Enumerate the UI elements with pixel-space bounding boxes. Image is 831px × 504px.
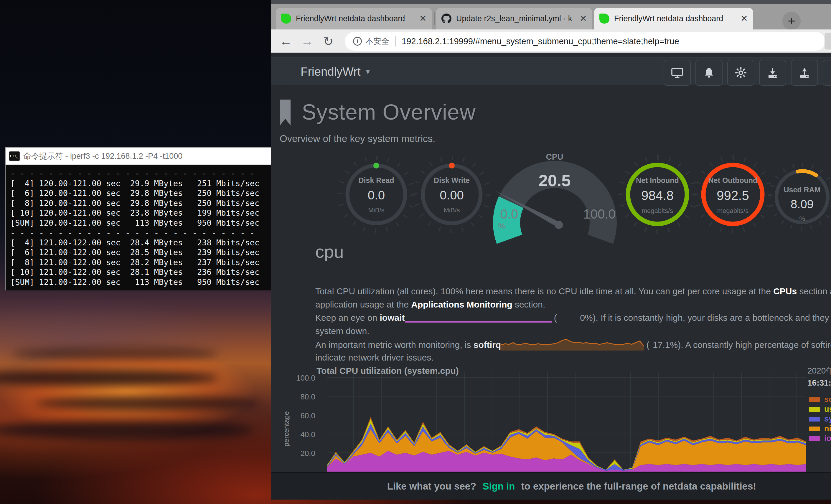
chart-time-text: 16:31:2 (807, 378, 831, 388)
cpu-gauge-max: 100.0 (573, 207, 626, 221)
cpu-gauge-min: 0.0 (489, 207, 530, 221)
tab-close-icon[interactable]: ✕ (419, 14, 427, 23)
tab-title: FriendlyWrt netdata dashboard (614, 14, 737, 23)
window-frame-top (271, 0, 831, 4)
host-name: FriendlyWrt (300, 65, 361, 78)
tab-close-icon[interactable]: ✕ (741, 14, 748, 23)
netdata-navbar: FriendlyWrt ▾ (271, 57, 831, 85)
disk-write-status-dot (449, 162, 455, 169)
legend-item-nice[interactable]: nice (809, 424, 831, 434)
cpu-description-line: application usage at the Applications Mo… (315, 298, 545, 311)
tab-friendlywrt-1[interactable]: FriendlyWrt netdata dashboard ✕ (276, 8, 432, 29)
tab-title: Update r2s_lean_minimal.yml · k (456, 14, 575, 23)
text: Total CPU utilization (all cores). 100% … (315, 286, 773, 296)
legend-label: user (824, 405, 831, 414)
chart-date-text: 2020年3 (807, 365, 831, 377)
netdata-favicon-icon (599, 13, 609, 24)
forward-button[interactable]: → (299, 34, 315, 49)
cloud-streak (35, 396, 259, 410)
iowait-term: iowait (380, 313, 405, 323)
gauge-disk-read[interactable]: Disk Read 0.0 MiB/s (338, 176, 414, 214)
y-axis-label: percentage (282, 408, 291, 449)
print-dashboard-button[interactable] (664, 60, 691, 86)
cpu-gauge-unit: % (493, 221, 510, 231)
legend-swatch (809, 436, 820, 441)
disk-read-status-dot (373, 162, 379, 169)
legend-item-system[interactable]: system (809, 414, 831, 424)
upload-icon (798, 66, 811, 79)
host-dropdown[interactable]: FriendlyWrt ▾ (300, 57, 370, 86)
terminal-window: C:\_ 命令提示符 - iperf3 -c 192.168.1.2 -P4 -… (5, 147, 271, 291)
cpus-link[interactable]: CPUs (773, 286, 797, 296)
cpu-utilization-chart[interactable] (327, 372, 806, 472)
legend-item-softirq[interactable]: softirq (809, 395, 831, 405)
gauge-value: 0.00 (413, 188, 490, 202)
alarms-button[interactable] (695, 60, 722, 86)
back-button[interactable]: ← (278, 34, 294, 49)
softirq-sparkline (501, 337, 644, 354)
bell-icon (703, 66, 715, 79)
gauge-value: 0.0 (338, 188, 414, 202)
cpu-description-line: indicate network driver issues. (315, 351, 434, 364)
legend-item-iowait[interactable]: iowait (809, 434, 831, 443)
chart-legend: softirqusersystemniceiowait (809, 395, 831, 443)
cmd-icon: C:\_ (9, 151, 20, 161)
y-axis-tick: 40.0 (295, 430, 315, 439)
text: section. (512, 300, 545, 309)
page-subtitle: Overview of the key system metrics. (280, 133, 435, 144)
text: ( (552, 313, 557, 323)
legend-label: nice (824, 424, 831, 433)
signin-banner: Like what you see? Sign in to experience… (271, 472, 831, 500)
y-axis-tick: 60.0 (295, 411, 315, 420)
text: An important metric worth monitoring, is (315, 340, 474, 350)
navbar-button-partial[interactable] (823, 60, 831, 86)
text: to experience the full-range of netdata … (521, 481, 756, 492)
signin-text: Like what you see? Sign in to experience… (387, 481, 756, 492)
gauge-label: Net Outbound (694, 176, 771, 185)
netdata-page: FriendlyWrt ▾ System Overview Overvi (271, 53, 831, 500)
netdata-favicon-icon (281, 13, 291, 24)
import-snapshot-button[interactable] (759, 60, 786, 86)
terminal-titlebar[interactable]: C:\_ 命令提示符 - iperf3 -c 192.168.1.2 -P4 -… (6, 148, 271, 165)
cpu-description-line: An important metric worth monitoring, is… (315, 337, 831, 351)
tab-friendlywrt-2-active[interactable]: FriendlyWrt netdata dashboard ✕ (594, 8, 753, 29)
tab-separator (434, 12, 435, 25)
navbar-separator (283, 57, 283, 86)
gauge-net-outbound[interactable]: Net Outbound 992.5 megabits/s (694, 176, 771, 215)
terminal-output-area[interactable]: - - - - - - - - - - - - - - - - - - - - … (6, 165, 271, 291)
bookmark-icon (280, 99, 291, 125)
address-bar[interactable]: i 不安全 192.168.2.1:19999/#menu_system_sub… (345, 32, 825, 51)
gauge-used-ram[interactable]: Used RAM 8.09 % (764, 185, 831, 223)
sign-in-link[interactable]: Sign in (482, 481, 515, 492)
cpu-gauge-label: CPU (531, 152, 578, 162)
text: ( (644, 340, 649, 350)
cloud-streak (0, 370, 218, 386)
tab-close-icon[interactable]: ✕ (580, 14, 587, 23)
cpu-description-line: Keep an eye on iowait (0%). If it is con… (315, 311, 831, 324)
y-axis-tick: 100.0 (295, 374, 315, 383)
reload-button[interactable]: ↻ (320, 34, 337, 49)
page-title: System Overview (302, 99, 476, 125)
chevron-down-icon: ▾ (366, 67, 370, 76)
export-snapshot-button[interactable] (791, 60, 818, 86)
navbar-separator (381, 57, 381, 86)
gauge-unit: MiB/s (338, 207, 414, 214)
gauge-value: 8.09 (764, 198, 831, 211)
legend-item-user[interactable]: user (809, 405, 831, 414)
cloud-streak (0, 421, 253, 440)
text: %). If it is constantly high, your disks… (585, 313, 831, 323)
gauge-unit: MiB/s (413, 207, 490, 214)
gauge-disk-write[interactable]: Disk Write 0.00 MiB/s (413, 176, 490, 214)
toolbar-extension-chip[interactable] (825, 33, 831, 50)
gauge-net-inbound[interactable]: Net Inbound 984.8 megabits/s (619, 176, 696, 215)
site-info-icon[interactable]: i (353, 37, 362, 46)
tab-title: FriendlyWrt netdata dashboard (296, 14, 415, 23)
new-tab-button[interactable]: + (782, 12, 801, 30)
settings-button[interactable] (727, 60, 754, 86)
iowait-value: 0 (557, 311, 585, 324)
tab-github[interactable]: Update r2s_lean_minimal.yml · k ✕ (436, 8, 592, 29)
url-text[interactable]: 192.168.2.1:19999/#menu_system_submenu_c… (402, 36, 679, 46)
legend-swatch (809, 417, 820, 421)
legend-swatch (809, 397, 820, 402)
applications-monitoring-link[interactable]: Applications Monitoring (411, 300, 512, 309)
